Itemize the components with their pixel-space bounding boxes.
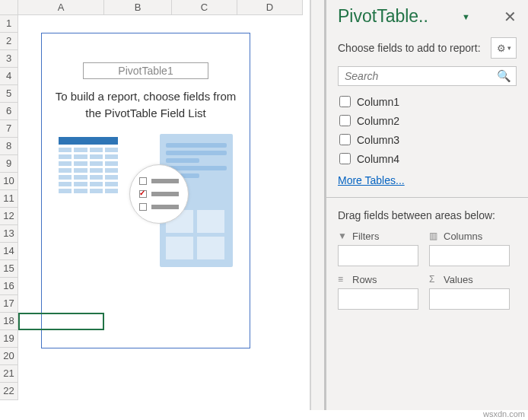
more-tables-link[interactable]: More Tables... — [338, 174, 517, 186]
row-header[interactable]: 6 — [0, 103, 18, 120]
field-item[interactable]: Column2 — [338, 111, 517, 130]
tools-button[interactable]: ⚙▾ — [491, 37, 517, 59]
choose-fields-label: Choose fields to add to report: — [338, 41, 481, 56]
pane-title: PivotTable.. — [338, 6, 428, 27]
rows-dropzone[interactable] — [338, 288, 418, 310]
pivottable-illustration — [42, 134, 250, 282]
row-header[interactable]: 11 — [0, 190, 18, 208]
values-area[interactable]: ΣValues — [429, 274, 510, 310]
gear-icon: ⚙ — [497, 43, 506, 54]
row-header[interactable]: 9 — [0, 155, 18, 173]
col-header-b[interactable]: B — [104, 0, 172, 15]
drag-fields-label: Drag fields between areas below: — [338, 208, 517, 223]
pivottable-help-text: To build a report, choose fields from th… — [46, 88, 245, 122]
field-item[interactable]: Column3 — [338, 130, 517, 149]
row-header[interactable]: 12 — [0, 208, 18, 225]
chevron-down-icon: ▾ — [507, 44, 511, 52]
filter-icon: ▼ — [338, 231, 348, 241]
columns-dropzone[interactable] — [429, 245, 510, 266]
worksheet[interactable]: A B C D 1 2 3 4 5 6 7 8 9 10 11 12 13 14… — [0, 0, 310, 410]
row-header[interactable]: 7 — [0, 120, 18, 138]
separator — [326, 197, 528, 198]
row-header[interactable]: 16 — [0, 278, 18, 295]
col-header-c[interactable]: C — [172, 0, 237, 15]
values-icon: Σ — [429, 274, 440, 285]
row-header[interactable]: 22 — [0, 383, 18, 400]
watermark: wsxdn.com — [483, 409, 525, 418]
row-header[interactable]: 14 — [0, 243, 18, 260]
row-header[interactable]: 21 — [0, 365, 18, 383]
columns-icon: ▥ — [429, 231, 440, 241]
row-headers[interactable]: 1 2 3 4 5 6 7 8 9 10 11 12 13 14 15 16 1… — [0, 15, 18, 400]
row-header[interactable]: 3 — [0, 50, 18, 68]
pivottable-name: PivotTable1 — [83, 62, 208, 79]
field-checkbox[interactable] — [339, 115, 351, 126]
search-icon[interactable]: 🔍 — [497, 69, 511, 83]
drop-areas: ▼Filters ▥Columns ≡Rows ΣValues — [338, 231, 517, 310]
close-icon[interactable]: ✕ — [504, 9, 517, 24]
cell-grid[interactable]: PivotTable1 To build a report, choose fi… — [18, 15, 310, 400]
field-item[interactable]: Column4 — [338, 149, 517, 168]
col-header-d[interactable]: D — [237, 0, 303, 15]
filters-area[interactable]: ▼Filters — [338, 231, 418, 266]
field-checkbox[interactable] — [339, 96, 351, 107]
row-header[interactable]: 8 — [0, 138, 18, 155]
columns-area[interactable]: ▥Columns — [429, 231, 510, 266]
pivottable-placeholder[interactable]: PivotTable1 To build a report, choose fi… — [41, 33, 250, 348]
row-header[interactable]: 1 — [0, 15, 18, 33]
values-dropzone[interactable] — [429, 288, 510, 310]
row-header[interactable]: 19 — [0, 330, 18, 348]
col-header-a[interactable]: A — [18, 0, 104, 15]
select-all-corner[interactable] — [0, 0, 18, 15]
column-headers[interactable]: A B C D — [18, 0, 310, 15]
row-header[interactable]: 15 — [0, 260, 18, 278]
search-field[interactable] — [343, 69, 497, 83]
pivottable-fields-pane: PivotTable.. ▼ ✕ Choose fields to add to… — [324, 0, 528, 410]
row-header[interactable]: 13 — [0, 225, 18, 243]
row-header[interactable]: 10 — [0, 173, 18, 190]
row-header[interactable]: 17 — [0, 295, 18, 313]
pane-dropdown-icon[interactable]: ▼ — [462, 12, 470, 21]
field-checkbox[interactable] — [339, 134, 351, 145]
row-header[interactable]: 4 — [0, 68, 18, 85]
row-header[interactable]: 18 — [0, 313, 18, 330]
filters-dropzone[interactable] — [338, 245, 418, 266]
field-checkbox[interactable] — [339, 153, 351, 164]
rows-icon: ≡ — [338, 274, 348, 285]
field-item[interactable]: Column1 — [338, 92, 517, 111]
search-input[interactable]: 🔍 — [338, 66, 517, 86]
field-list: Column1 Column2 Column3 Column4 — [338, 92, 517, 168]
rows-area[interactable]: ≡Rows — [338, 274, 418, 310]
vertical-scrollbar[interactable] — [310, 0, 324, 410]
row-header[interactable]: 20 — [0, 348, 18, 365]
row-header[interactable]: 5 — [0, 85, 18, 103]
row-header[interactable]: 2 — [0, 33, 18, 50]
